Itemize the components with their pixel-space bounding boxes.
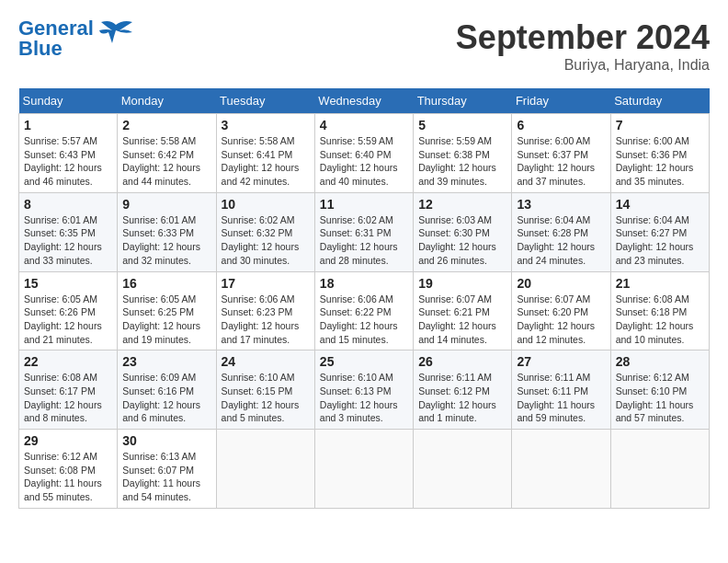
day-number: 4	[320, 118, 408, 132]
day-cell-25: 25 Sunrise: 6:10 AMSunset: 6:13 PMDaylig…	[314, 350, 413, 430]
header-row: Sunday Monday Tuesday Wednesday Thursday…	[19, 88, 710, 114]
col-saturday: Saturday	[610, 88, 709, 114]
day-cell-10: 10 Sunrise: 6:02 AMSunset: 6:32 PMDaylig…	[216, 192, 314, 271]
day-number: 23	[122, 354, 210, 369]
day-number: 3	[222, 118, 310, 132]
week-row-4: 22 Sunrise: 6:08 AMSunset: 6:17 PMDaylig…	[19, 350, 710, 430]
day-cell-16: 16 Sunrise: 6:05 AMSunset: 6:25 PMDaylig…	[118, 271, 216, 350]
logo-text: General Blue	[18, 18, 94, 59]
day-cell-29: 29 Sunrise: 6:12 AMSunset: 6:08 PMDaylig…	[19, 430, 118, 509]
day-number: 19	[418, 276, 506, 291]
day-info: Sunrise: 6:12 AMSunset: 6:08 PMDaylight:…	[24, 450, 112, 504]
day-cell-12: 12 Sunrise: 6:03 AMSunset: 6:30 PMDaylig…	[414, 192, 512, 271]
day-number: 7	[616, 118, 704, 132]
day-cell-24: 24 Sunrise: 6:10 AMSunset: 6:15 PMDaylig…	[216, 350, 314, 430]
day-info: Sunrise: 6:08 AMSunset: 6:18 PMDaylight:…	[616, 293, 704, 347]
day-info: Sunrise: 6:06 AMSunset: 6:23 PMDaylight:…	[222, 293, 310, 347]
week-row-1: 1 Sunrise: 5:57 AMSunset: 6:43 PMDayligh…	[19, 114, 710, 193]
day-number: 28	[616, 354, 704, 369]
day-cell-22: 22 Sunrise: 6:08 AMSunset: 6:17 PMDaylig…	[19, 350, 118, 430]
day-number: 29	[24, 433, 112, 448]
calendar-table: Sunday Monday Tuesday Wednesday Thursday…	[18, 88, 710, 509]
day-info: Sunrise: 6:05 AMSunset: 6:25 PMDaylight:…	[122, 293, 210, 347]
day-cell-7: 7 Sunrise: 6:00 AMSunset: 6:36 PMDayligh…	[610, 114, 709, 193]
day-number: 26	[418, 354, 506, 369]
day-info: Sunrise: 5:58 AMSunset: 6:41 PMDaylight:…	[222, 134, 310, 189]
day-cell-14: 14 Sunrise: 6:04 AMSunset: 6:27 PMDaylig…	[610, 192, 709, 271]
empty-cell	[414, 430, 512, 509]
day-info: Sunrise: 6:10 AMSunset: 6:13 PMDaylight:…	[320, 371, 408, 425]
day-number: 20	[517, 276, 605, 291]
day-number: 30	[122, 433, 210, 448]
week-row-2: 8 Sunrise: 6:01 AMSunset: 6:35 PMDayligh…	[19, 192, 710, 271]
title-block: September 2024 Buriya, Haryana, India	[456, 18, 710, 74]
day-number: 9	[122, 197, 210, 212]
day-info: Sunrise: 6:08 AMSunset: 6:17 PMDaylight:…	[24, 371, 112, 425]
day-info: Sunrise: 6:06 AMSunset: 6:22 PMDaylight:…	[320, 293, 408, 347]
day-info: Sunrise: 6:10 AMSunset: 6:15 PMDaylight:…	[222, 371, 310, 425]
day-info: Sunrise: 6:11 AMSunset: 6:11 PMDaylight:…	[517, 371, 605, 425]
day-info: Sunrise: 6:07 AMSunset: 6:20 PMDaylight:…	[517, 293, 605, 347]
day-cell-21: 21 Sunrise: 6:08 AMSunset: 6:18 PMDaylig…	[610, 271, 709, 350]
logo-bird-icon	[97, 17, 134, 51]
day-cell-11: 11 Sunrise: 6:02 AMSunset: 6:31 PMDaylig…	[314, 192, 413, 271]
day-number: 5	[418, 118, 506, 132]
col-friday: Friday	[512, 88, 610, 114]
day-cell-3: 3 Sunrise: 5:58 AMSunset: 6:41 PMDayligh…	[216, 114, 314, 193]
logo-blue: Blue	[18, 37, 63, 60]
day-info: Sunrise: 6:11 AMSunset: 6:12 PMDaylight:…	[418, 371, 506, 425]
day-info: Sunrise: 6:12 AMSunset: 6:10 PMDaylight:…	[616, 371, 704, 425]
week-row-3: 15 Sunrise: 6:05 AMSunset: 6:26 PMDaylig…	[19, 271, 710, 350]
day-cell-6: 6 Sunrise: 6:00 AMSunset: 6:37 PMDayligh…	[512, 114, 610, 193]
day-number: 25	[320, 354, 408, 369]
month-title: September 2024	[456, 18, 710, 57]
day-info: Sunrise: 6:00 AMSunset: 6:36 PMDaylight:…	[616, 134, 704, 189]
day-number: 27	[517, 354, 605, 369]
day-number: 10	[222, 197, 310, 212]
day-cell-15: 15 Sunrise: 6:05 AMSunset: 6:26 PMDaylig…	[19, 271, 118, 350]
day-cell-26: 26 Sunrise: 6:11 AMSunset: 6:12 PMDaylig…	[414, 350, 512, 430]
day-info: Sunrise: 6:04 AMSunset: 6:28 PMDaylight:…	[517, 213, 605, 268]
day-info: Sunrise: 6:02 AMSunset: 6:32 PMDaylight:…	[222, 213, 310, 268]
day-cell-18: 18 Sunrise: 6:06 AMSunset: 6:22 PMDaylig…	[314, 271, 413, 350]
location: Buriya, Haryana, India	[456, 57, 710, 74]
day-cell-1: 1 Sunrise: 5:57 AMSunset: 6:43 PMDayligh…	[19, 114, 118, 193]
day-number: 14	[616, 197, 704, 212]
empty-cell	[512, 430, 610, 509]
empty-cell	[314, 430, 413, 509]
empty-cell	[610, 430, 709, 509]
week-row-5: 29 Sunrise: 6:12 AMSunset: 6:08 PMDaylig…	[19, 430, 710, 509]
day-cell-13: 13 Sunrise: 6:04 AMSunset: 6:28 PMDaylig…	[512, 192, 610, 271]
day-number: 2	[122, 118, 210, 132]
day-info: Sunrise: 6:13 AMSunset: 6:07 PMDaylight:…	[122, 450, 210, 504]
col-monday: Monday	[118, 88, 216, 114]
day-number: 16	[122, 276, 210, 291]
day-info: Sunrise: 6:04 AMSunset: 6:27 PMDaylight:…	[616, 213, 704, 268]
day-info: Sunrise: 6:00 AMSunset: 6:37 PMDaylight:…	[517, 134, 605, 189]
day-cell-9: 9 Sunrise: 6:01 AMSunset: 6:33 PMDayligh…	[118, 192, 216, 271]
day-cell-8: 8 Sunrise: 6:01 AMSunset: 6:35 PMDayligh…	[19, 192, 118, 271]
day-cell-23: 23 Sunrise: 6:09 AMSunset: 6:16 PMDaylig…	[118, 350, 216, 430]
day-number: 21	[616, 276, 704, 291]
day-info: Sunrise: 5:57 AMSunset: 6:43 PMDaylight:…	[24, 134, 112, 189]
day-number: 17	[222, 276, 310, 291]
day-number: 24	[222, 354, 310, 369]
day-number: 8	[24, 197, 112, 212]
day-number: 1	[24, 118, 112, 132]
day-cell-19: 19 Sunrise: 6:07 AMSunset: 6:21 PMDaylig…	[414, 271, 512, 350]
day-number: 11	[320, 197, 408, 212]
day-number: 18	[320, 276, 408, 291]
day-cell-4: 4 Sunrise: 5:59 AMSunset: 6:40 PMDayligh…	[314, 114, 413, 193]
day-cell-27: 27 Sunrise: 6:11 AMSunset: 6:11 PMDaylig…	[512, 350, 610, 430]
col-sunday: Sunday	[19, 88, 118, 114]
page-header: General Blue September 2024 Buriya, Hary…	[18, 18, 710, 74]
day-info: Sunrise: 6:03 AMSunset: 6:30 PMDaylight:…	[418, 213, 506, 268]
day-number: 22	[24, 354, 112, 369]
logo: General Blue	[18, 18, 134, 59]
day-cell-28: 28 Sunrise: 6:12 AMSunset: 6:10 PMDaylig…	[610, 350, 709, 430]
day-info: Sunrise: 5:58 AMSunset: 6:42 PMDaylight:…	[122, 134, 210, 189]
day-cell-2: 2 Sunrise: 5:58 AMSunset: 6:42 PMDayligh…	[118, 114, 216, 193]
day-number: 6	[517, 118, 605, 132]
empty-cell	[216, 430, 314, 509]
col-wednesday: Wednesday	[314, 88, 413, 114]
